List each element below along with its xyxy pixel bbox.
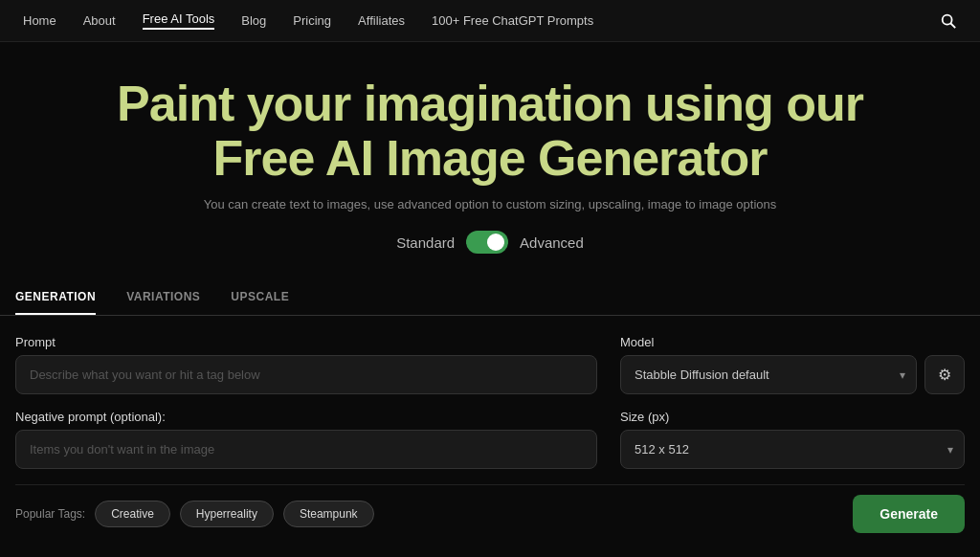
sliders-icon: ⚙	[938, 366, 951, 384]
nav-affiliates[interactable]: Affiliates	[358, 13, 405, 28]
negative-prompt-input[interactable]	[15, 430, 597, 469]
negative-prompt-group: Negative prompt (optional):	[15, 410, 597, 469]
hero-section: Paint your imagination using our Free AI…	[0, 42, 980, 273]
bottom-row: Popular Tags: Creative Hyperreality Stea…	[0, 485, 980, 543]
tags-label: Popular Tags:	[15, 507, 85, 521]
size-select[interactable]: 512 x 512 768 x 768 1024 x 1024	[620, 430, 965, 469]
nav-links: Home About Free AI Tools Blog Pricing Af…	[23, 11, 593, 30]
prompt-group: Prompt	[15, 335, 597, 394]
nav-blog[interactable]: Blog	[241, 13, 266, 28]
prompt-input[interactable]	[15, 355, 597, 394]
svg-point-0	[943, 14, 952, 24]
size-select-wrapper: 512 x 512 768 x 768 1024 x 1024 ▾	[620, 430, 965, 469]
hero-title: Paint your imagination using our Free AI…	[19, 77, 961, 186]
tab-upscale[interactable]: UPSCALE	[231, 290, 289, 315]
model-label: Model	[620, 335, 965, 349]
model-group: Model Stabble Diffusion default ▾ ⚙	[620, 335, 965, 394]
model-row: Stabble Diffusion default ▾ ⚙	[620, 355, 965, 394]
search-icon[interactable]	[940, 12, 957, 30]
standard-label: Standard	[396, 234, 455, 251]
tab-variations[interactable]: VARIATIONS	[126, 290, 200, 315]
mode-toggle-row: Standard Advanced	[19, 231, 961, 254]
generate-button[interactable]: Generate	[853, 495, 965, 533]
nav-home[interactable]: Home	[23, 13, 56, 28]
form-area: Prompt Model Stabble Diffusion default ▾…	[0, 316, 980, 484]
size-group: Size (px) 512 x 512 768 x 768 1024 x 102…	[620, 410, 965, 469]
nav-pricing[interactable]: Pricing	[293, 13, 331, 28]
nav-about[interactable]: About	[83, 13, 116, 28]
tag-creative[interactable]: Creative	[95, 501, 170, 527]
advanced-label: Advanced	[520, 234, 584, 251]
model-select-wrapper: Stabble Diffusion default ▾	[620, 355, 917, 394]
tag-hyperreality[interactable]: Hyperreality	[180, 501, 274, 527]
tag-steampunk[interactable]: Steampunk	[283, 501, 374, 527]
hero-subtitle: You can create text to images, use advan…	[19, 197, 961, 212]
tab-generation[interactable]: GENERATION	[15, 290, 96, 315]
svg-line-1	[950, 23, 955, 28]
tabs-row: GENERATION VARIATIONS UPSCALE	[0, 290, 980, 316]
navigation: Home About Free AI Tools Blog Pricing Af…	[0, 0, 980, 42]
size-label: Size (px)	[620, 410, 965, 424]
nav-free-ai-tools[interactable]: Free AI Tools	[143, 11, 215, 30]
mode-toggle[interactable]	[466, 231, 508, 254]
nav-chatgpt-prompts[interactable]: 100+ Free ChatGPT Prompts	[432, 13, 593, 28]
settings-button[interactable]: ⚙	[924, 355, 965, 394]
model-select[interactable]: Stabble Diffusion default	[620, 355, 917, 394]
tags-section: Popular Tags: Creative Hyperreality Stea…	[15, 501, 374, 527]
negative-prompt-label: Negative prompt (optional):	[15, 410, 597, 424]
prompt-label: Prompt	[15, 335, 597, 349]
